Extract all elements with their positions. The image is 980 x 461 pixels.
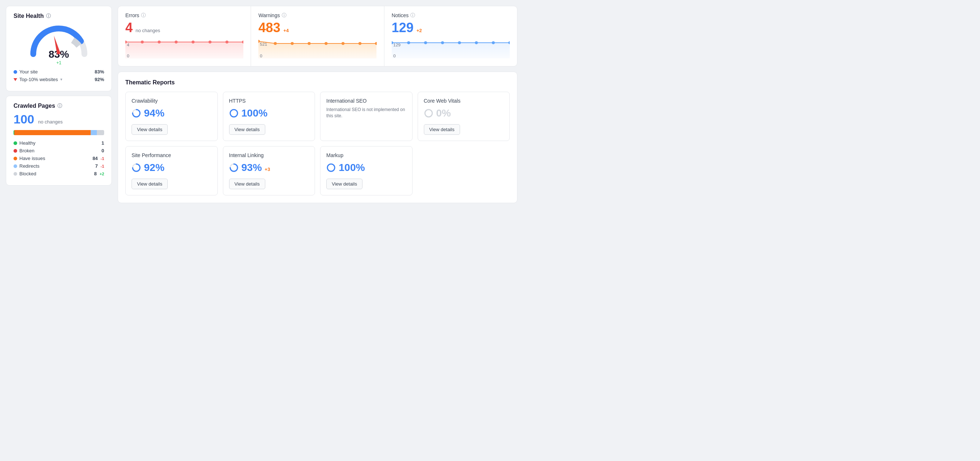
stat-row-issues: Have issues 84 -1 <box>14 156 104 161</box>
bar-redirects <box>91 130 97 135</box>
svg-text:0: 0 <box>260 54 263 58</box>
markup-circle-icon <box>326 163 336 172</box>
report-crawlability-score: 94% <box>144 107 164 119</box>
svg-point-42 <box>328 164 335 171</box>
svg-point-36 <box>230 110 237 117</box>
gauge-svg <box>30 23 88 56</box>
svg-point-8 <box>226 41 229 43</box>
notices-number: 129 <box>392 20 414 35</box>
crawled-count: 100 <box>14 112 34 126</box>
svg-marker-1 <box>125 42 243 59</box>
report-empty-slot <box>418 146 510 196</box>
report-crawlability-score-row: 94% <box>132 107 212 119</box>
svg-point-30 <box>492 41 495 44</box>
stat-dot-redirects <box>14 164 17 168</box>
svg-marker-23 <box>392 43 510 59</box>
svg-point-15 <box>291 42 294 45</box>
report-markup-score: 100% <box>339 162 365 173</box>
site-performance-view-details-button[interactable]: View details <box>132 179 168 189</box>
metrics-row: Errors ⓘ 4 no changes <box>118 6 517 67</box>
internal-linking-view-details-button[interactable]: View details <box>229 179 265 189</box>
report-https: HTTPS 100% View details <box>223 92 315 141</box>
core-web-vitals-circle-icon <box>424 108 433 118</box>
right-column: Errors ⓘ 4 no changes <box>118 6 517 203</box>
bar-issues <box>14 130 90 135</box>
errors-info-icon[interactable]: ⓘ <box>141 12 146 19</box>
gauge-container: 83% +1 <box>14 23 104 65</box>
svg-text:0: 0 <box>393 54 396 58</box>
stat-val-blocked: 8 +2 <box>94 171 104 176</box>
reports-bottom-grid: Site Performance 92% View details Intern… <box>125 146 510 196</box>
report-site-performance-name: Site Performance <box>132 152 212 158</box>
internal-linking-circle-icon <box>229 163 239 172</box>
svg-point-3 <box>141 41 144 43</box>
site-performance-circle-icon <box>132 163 141 172</box>
report-international-seo-name: International SEO <box>326 98 406 104</box>
svg-text:521: 521 <box>260 42 267 46</box>
svg-point-6 <box>191 41 195 43</box>
crawled-count-row: 100 no changes <box>14 112 104 126</box>
stat-val-issues: 84 -1 <box>92 156 104 161</box>
warnings-number: 483 <box>258 20 280 35</box>
notices-info-icon[interactable]: ⓘ <box>410 12 415 19</box>
report-markup: Markup 100% View details <box>320 146 412 196</box>
report-international-seo-desc: International SEO is not implemented on … <box>326 107 406 119</box>
svg-point-27 <box>441 41 444 44</box>
top-sites-value: 92% <box>95 77 104 82</box>
warnings-info-icon[interactable]: ⓘ <box>282 12 286 19</box>
stat-label-redirects: Redirects <box>19 163 40 169</box>
svg-point-5 <box>175 41 178 43</box>
svg-point-19 <box>358 42 362 45</box>
report-internal-linking-name: Internal Linking <box>229 152 309 158</box>
report-site-performance-score-row: 92% <box>132 162 212 173</box>
crawlability-view-details-button[interactable]: View details <box>132 124 168 135</box>
report-core-web-vitals: Core Web Vitals 0% View details <box>418 92 510 141</box>
report-markup-name: Markup <box>326 152 406 158</box>
svg-text:4: 4 <box>127 43 129 47</box>
svg-point-25 <box>407 41 410 44</box>
left-column: Site Health ⓘ <box>6 6 112 203</box>
svg-text:0: 0 <box>127 54 129 58</box>
expand-icon[interactable]: ▾ <box>60 77 62 82</box>
crawled-stats: Healthy 1 Broken 0 Have issues <box>14 140 104 176</box>
report-core-web-vitals-score: 0% <box>436 107 451 119</box>
report-internal-linking: Internal Linking 93% +3 View details <box>223 146 315 196</box>
stat-val-healthy: 1 <box>102 140 104 146</box>
bar-blocked <box>97 130 104 135</box>
stat-row-blocked: Blocked 8 +2 <box>14 171 104 176</box>
reports-top-grid: Crawlability 94% View details HTTPS <box>125 92 510 141</box>
report-markup-score-row: 100% <box>326 162 406 173</box>
notices-title: Notices <box>392 13 409 18</box>
svg-point-18 <box>342 42 345 45</box>
svg-point-28 <box>458 41 461 44</box>
site-health-legend: Your site 83% Top-10% websites ▾ 92% <box>14 69 104 82</box>
crawled-pages-title: Crawled Pages <box>14 103 55 109</box>
stat-row-healthy: Healthy 1 <box>14 140 104 146</box>
svg-text:129: 129 <box>393 43 401 47</box>
svg-marker-0 <box>52 35 60 54</box>
crawled-bar-track <box>14 130 104 135</box>
warnings-metric: Warnings ⓘ 483 +4 <box>251 6 384 66</box>
core-web-vitals-view-details-button[interactable]: View details <box>424 124 460 135</box>
svg-point-37 <box>425 110 432 117</box>
stat-val-broken: 0 <box>102 148 104 153</box>
report-international-seo: International SEO International SEO is n… <box>320 92 412 141</box>
crawled-count-label: no changes <box>38 119 62 124</box>
svg-point-16 <box>308 42 311 45</box>
report-internal-linking-score-row: 93% +3 <box>229 162 309 173</box>
stat-row-broken: Broken 0 <box>14 148 104 153</box>
errors-metric: Errors ⓘ 4 no changes <box>118 6 251 66</box>
gauge-delta: +1 <box>49 60 69 65</box>
https-view-details-button[interactable]: View details <box>229 124 265 135</box>
stat-dot-issues <box>14 157 17 161</box>
errors-sparkline: 4 0 <box>125 38 243 60</box>
stat-dot-broken <box>14 149 17 153</box>
crawled-pages-card: Crawled Pages ⓘ 100 no changes Healthy <box>6 96 112 186</box>
crawled-pages-info-icon[interactable]: ⓘ <box>57 103 62 109</box>
site-health-info-icon[interactable]: ⓘ <box>46 13 51 19</box>
markup-view-details-button[interactable]: View details <box>326 179 363 189</box>
errors-number: 4 <box>125 20 133 35</box>
your-site-dot <box>14 70 17 74</box>
site-health-card: Site Health ⓘ <box>6 6 112 91</box>
svg-point-29 <box>475 41 478 44</box>
